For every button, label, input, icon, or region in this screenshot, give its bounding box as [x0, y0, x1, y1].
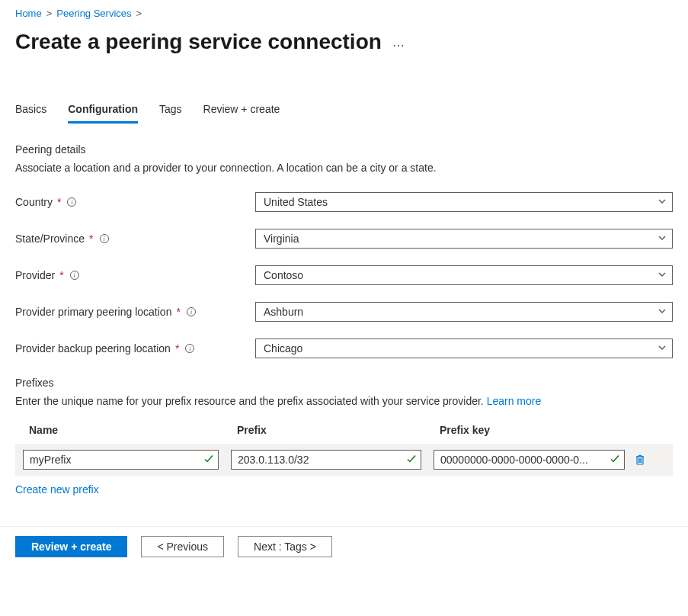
- breadcrumb-home[interactable]: Home: [15, 8, 42, 19]
- required-indicator: *: [89, 233, 93, 245]
- tab-review-create[interactable]: Review + create: [203, 100, 280, 124]
- create-new-prefix-link[interactable]: Create new prefix: [15, 483, 99, 496]
- prefix-table-header: Name Prefix Prefix key: [15, 424, 673, 444]
- state-select[interactable]: Virginia: [255, 229, 673, 249]
- tabs: Basics Configuration Tags Review + creat…: [15, 100, 673, 124]
- prefix-key-input[interactable]: [434, 450, 625, 470]
- required-indicator: *: [175, 342, 179, 355]
- prefix-row: [15, 444, 673, 476]
- learn-more-link[interactable]: Learn more: [487, 395, 542, 407]
- provider-label: Provider * i: [15, 269, 255, 281]
- footer-separator: [0, 526, 688, 527]
- peering-details-title: Peering details: [15, 143, 673, 156]
- previous-button[interactable]: < Previous: [141, 536, 224, 557]
- column-prefix: Prefix: [237, 424, 427, 436]
- breadcrumb-separator: >: [46, 8, 53, 19]
- prefixes-title: Prefixes: [15, 377, 673, 389]
- prefix-name-input[interactable]: [23, 450, 219, 470]
- next-button[interactable]: Next : Tags >: [238, 536, 332, 557]
- backup-location-label: Provider backup peering location * i: [15, 342, 255, 355]
- provider-select[interactable]: Contoso: [255, 265, 673, 285]
- backup-location-select[interactable]: Chicago: [255, 338, 673, 358]
- primary-location-select[interactable]: Ashburn: [255, 302, 673, 322]
- check-icon: [610, 454, 620, 467]
- more-actions-icon[interactable]: ⋯: [392, 38, 406, 53]
- column-prefix-key: Prefix key: [440, 424, 659, 436]
- breadcrumb: Home > Peering Services >: [15, 8, 673, 19]
- breadcrumb-peering-services[interactable]: Peering Services: [56, 8, 131, 19]
- state-label: State/Province * i: [15, 233, 255, 245]
- info-icon[interactable]: i: [100, 234, 109, 243]
- info-icon[interactable]: i: [187, 307, 196, 316]
- country-select[interactable]: United States: [255, 192, 673, 212]
- breadcrumb-separator: >: [136, 8, 142, 19]
- required-indicator: *: [57, 196, 61, 208]
- prefixes-description: Enter the unique name for your prefix re…: [15, 395, 673, 407]
- primary-location-label: Provider primary peering location * i: [15, 306, 255, 318]
- check-icon: [203, 454, 214, 467]
- delete-icon[interactable]: [634, 454, 646, 466]
- tab-basics[interactable]: Basics: [15, 100, 46, 124]
- tab-tags[interactable]: Tags: [159, 100, 182, 124]
- info-icon[interactable]: i: [67, 197, 76, 207]
- tab-configuration[interactable]: Configuration: [68, 100, 138, 124]
- info-icon[interactable]: i: [185, 344, 194, 353]
- footer-buttons: Review + create < Previous Next : Tags >: [15, 536, 673, 557]
- prefix-value-input[interactable]: [231, 450, 421, 470]
- page-title: Create a peering service connection: [15, 30, 382, 54]
- required-indicator: *: [59, 269, 63, 281]
- column-name: Name: [29, 424, 225, 436]
- required-indicator: *: [176, 306, 180, 318]
- review-create-button[interactable]: Review + create: [15, 536, 127, 557]
- check-icon: [406, 454, 417, 467]
- info-icon[interactable]: i: [70, 271, 79, 280]
- country-label: Country * i: [15, 196, 255, 208]
- peering-details-description: Associate a location and a provider to y…: [15, 162, 673, 174]
